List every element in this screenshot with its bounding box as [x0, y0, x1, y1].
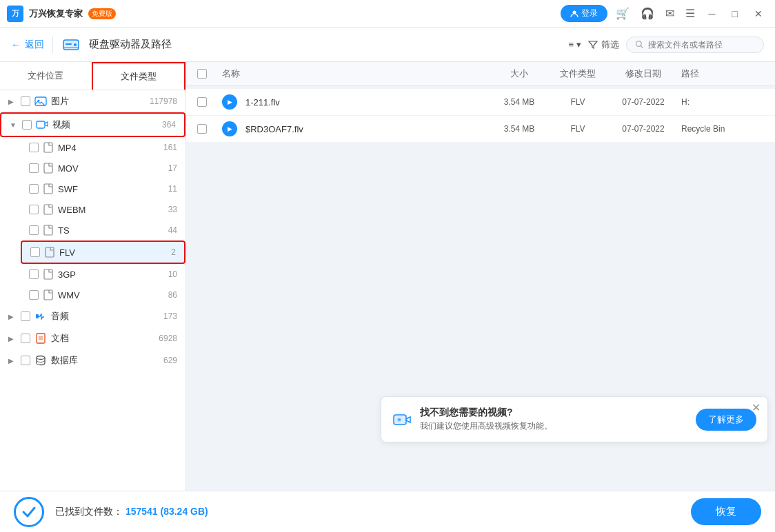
- expand-arrow-video-icon[interactable]: ▼: [10, 121, 18, 129]
- svg-rect-15: [46, 247, 54, 257]
- minimize-button[interactable]: ─: [703, 6, 721, 22]
- sidebar-item-mov[interactable]: MOV 17: [21, 158, 185, 178]
- svg-rect-4: [66, 43, 72, 45]
- svg-rect-9: [37, 121, 45, 128]
- video-subitems: MP4 161 MOV 17 SWF 11 WEBM: [0, 137, 185, 305]
- expand-arrow-audio-icon[interactable]: ▶: [8, 313, 17, 320]
- login-button[interactable]: 登录: [561, 5, 607, 22]
- checkbox-webm[interactable]: [29, 205, 39, 214]
- checkbox-flv[interactable]: [30, 247, 40, 257]
- sidebar-item-images[interactable]: ▶ 图片 117978: [0, 90, 185, 112]
- notify-close-button[interactable]: ✕: [752, 401, 761, 414]
- close-button[interactable]: ✕: [749, 6, 768, 22]
- checkbox-audio[interactable]: [21, 311, 30, 321]
- sort-button[interactable]: ≡ ▾: [568, 39, 581, 50]
- sidebar-item-db[interactable]: ▶ 数据库 629: [0, 349, 185, 371]
- svg-rect-18: [36, 314, 39, 318]
- sidebar-item-mp4[interactable]: MP4 161: [21, 137, 185, 158]
- checkbox-wmv[interactable]: [29, 290, 39, 300]
- file-path-1: H:: [681, 97, 764, 107]
- file-size-2: 3.54 MB: [488, 124, 550, 134]
- label-mov: MOV: [58, 163, 164, 174]
- db-icon: [34, 354, 47, 367]
- label-video: 视频: [52, 119, 158, 131]
- sidebar-item-webm[interactable]: WEBM 33: [21, 199, 185, 220]
- checkbox-doc[interactable]: [21, 334, 30, 343]
- back-button[interactable]: ← 返回: [11, 39, 44, 51]
- sidebar-item-3gp[interactable]: 3GP 10: [21, 264, 185, 285]
- expand-arrow-icon[interactable]: ▶: [8, 98, 17, 105]
- menu-icon-btn[interactable]: ☰: [683, 4, 698, 23]
- filter-icon: [588, 40, 598, 50]
- svg-rect-10: [44, 143, 52, 152]
- file-date-2: 07-07-2022: [605, 124, 681, 134]
- drive-icon: [61, 35, 81, 54]
- file-date-1: 07-07-2022: [605, 97, 681, 107]
- sidebar-item-flv[interactable]: FLV 2: [21, 241, 185, 264]
- video-icon: [36, 119, 48, 131]
- table-row[interactable]: ▶ 1-211.flv 3.54 MB FLV 07-07-2022 H:: [186, 89, 775, 116]
- checkbox-db[interactable]: [21, 356, 30, 365]
- checkbox-3gp[interactable]: [29, 269, 39, 279]
- count-flv: 2: [171, 247, 176, 257]
- checkbox-swf[interactable]: [29, 184, 39, 194]
- svg-rect-7: [35, 97, 46, 105]
- recover-button[interactable]: 恢复: [691, 498, 761, 525]
- svg-rect-11: [44, 163, 52, 173]
- tab-file-type[interactable]: 文件类型: [92, 62, 186, 90]
- sidebar-item-audio[interactable]: ▶ 音频 173: [0, 305, 185, 327]
- sidebar-item-ts[interactable]: TS 44: [21, 220, 185, 241]
- statusbar: 已找到文件数： 157541 (83.24 GB) 恢复: [0, 491, 775, 532]
- learn-more-button[interactable]: 了解更多: [696, 409, 756, 431]
- svg-rect-13: [44, 205, 52, 214]
- label-ts: TS: [58, 225, 164, 236]
- expand-arrow-doc-icon[interactable]: ▶: [8, 335, 17, 342]
- sidebar-item-doc[interactable]: ▶ 文档 6928: [0, 327, 185, 349]
- table-row[interactable]: ▶ $RD3OAF7.flv 3.54 MB FLV 07-07-2022 Re…: [186, 116, 775, 143]
- row1-checkbox[interactable]: [197, 97, 207, 107]
- titlebar-left: 万 万兴恢复专家 免费版: [7, 6, 116, 22]
- maximize-button[interactable]: □: [727, 6, 743, 22]
- sidebar-item-swf[interactable]: SWF 11: [21, 178, 185, 199]
- filter-button[interactable]: 筛选: [588, 39, 619, 51]
- doc-icon: [34, 332, 47, 345]
- row2-name-cell: ▶ $RD3OAF7.flv: [222, 121, 488, 136]
- status-count: 157541 (83.24 GB): [125, 506, 208, 517]
- checkbox-ts[interactable]: [29, 225, 39, 235]
- notify-video-icon: [392, 410, 412, 429]
- headset-icon-btn[interactable]: 🎧: [638, 4, 657, 23]
- row1-check-col: [197, 97, 222, 107]
- play-icon-1: ▶: [222, 94, 237, 110]
- svg-point-3: [74, 43, 77, 46]
- sidebar-item-wmv[interactable]: WMV 86: [21, 285, 185, 305]
- svg-rect-19: [37, 334, 45, 343]
- header-checkbox[interactable]: [197, 69, 207, 79]
- file-name-1: 1-211.flv: [245, 97, 280, 108]
- file-icon-swf: [43, 183, 54, 194]
- checkbox-images[interactable]: [21, 96, 30, 106]
- label-images: 图片: [51, 95, 145, 108]
- images-icon: [34, 95, 47, 108]
- header-checkbox-col: [197, 69, 222, 79]
- mail-icon-btn[interactable]: ✉: [663, 4, 677, 23]
- row2-check-col: [197, 124, 222, 134]
- row2-checkbox[interactable]: [197, 124, 207, 134]
- file-size-1: 3.54 MB: [488, 97, 550, 107]
- file-icon-mov: [43, 163, 54, 174]
- count-audio: 173: [163, 311, 177, 321]
- tab-file-location[interactable]: 文件位置: [0, 62, 92, 90]
- expand-arrow-db-icon[interactable]: ▶: [8, 357, 17, 365]
- label-audio: 音频: [51, 310, 159, 323]
- checkbox-video[interactable]: [22, 120, 32, 130]
- svg-rect-16: [44, 269, 52, 279]
- file-type-1: FLV: [550, 97, 605, 107]
- label-swf: SWF: [58, 184, 164, 194]
- checkbox-mov[interactable]: [29, 163, 39, 173]
- cart-icon-btn[interactable]: 🛒: [613, 4, 632, 23]
- count-mp4: 161: [163, 143, 177, 152]
- search-input[interactable]: [648, 40, 755, 50]
- header-path: 路径: [681, 68, 764, 80]
- checkbox-mp4[interactable]: [29, 143, 39, 152]
- count-video: 364: [162, 120, 176, 130]
- sidebar-item-video[interactable]: ▼ 视频 364: [0, 112, 185, 137]
